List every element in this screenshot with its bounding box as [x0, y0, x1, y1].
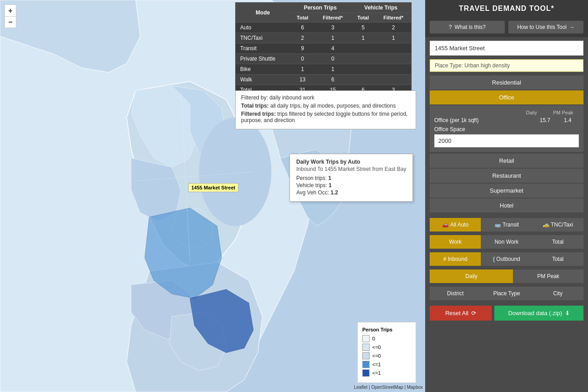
how-to-use-button[interactable]: How to Use this Tool → [508, 21, 583, 33]
pm-peak-header: PM Peak [547, 110, 579, 115]
inbound-button[interactable]: # Inbound [430, 252, 481, 266]
zoom-controls[interactable]: + − [5, 5, 16, 28]
tnc-taxi-button[interactable]: 🚕 TNC/Taxi [532, 218, 583, 231]
outbound-button[interactable]: { Outbound [481, 252, 532, 266]
p-filtered-cell: 6 [315, 75, 351, 85]
supermarket-button[interactable]: Supermarket [430, 184, 583, 198]
tooltip-popup: Daily Work Trips by Auto Inbound To 1455… [289, 154, 413, 202]
car-icon: 🚗 [442, 222, 449, 228]
mode-cell: Walk [236, 75, 290, 85]
office-details: Daily PM Peak Office (per 1k sqft) 15.7 … [430, 105, 583, 152]
reset-icon: ⟳ [471, 310, 476, 316]
daily-header: Daily [516, 110, 547, 115]
map-container[interactable]: + − Mode Person Trips Vehicle Trips Tota… [0, 0, 425, 392]
land-use-list: Retail Restaurant Supermarket Hotel [430, 154, 583, 213]
p-total-cell: 2 [290, 33, 315, 43]
mode-cell: Bike [236, 64, 290, 75]
transit-button[interactable]: 🚌 Transit [481, 218, 532, 231]
retail-button[interactable]: Retail [430, 154, 583, 168]
v-total-header: Total [351, 13, 376, 23]
legend-label: <=1 [372, 362, 381, 367]
v-total-cell [351, 64, 376, 75]
office-space-input[interactable] [434, 134, 579, 147]
person-trips-header: Person Trips [290, 3, 351, 13]
place-type-button[interactable]: Place Type [481, 287, 532, 300]
work-button[interactable]: Work [430, 235, 481, 249]
tooltip-vehicle-trips: Vehicle trips: 1 [296, 182, 406, 189]
residential-button[interactable]: Residential [430, 76, 583, 90]
svg-point-16 [199, 118, 271, 226]
taxi-icon: 🚕 [543, 222, 550, 228]
legend-color-swatch [362, 335, 370, 342]
daily-button[interactable]: Daily [430, 269, 513, 283]
col-mode: Mode [236, 3, 290, 23]
restaurant-button[interactable]: Restaurant [430, 169, 583, 183]
total-direction-button[interactable]: Total [532, 252, 583, 266]
office-button[interactable]: Office [430, 90, 583, 104]
v-filtered-cell [376, 75, 411, 85]
leaflet-credit[interactable]: Leaflet [354, 385, 367, 390]
download-icon: ⬇ [565, 310, 570, 316]
office-daily-value: 15.7 [534, 117, 556, 123]
city-button[interactable]: City [532, 287, 583, 300]
v-total-cell: 1 [351, 33, 376, 43]
bottom-actions: Reset All ⟳ Download data (.zip) ⬇ [430, 306, 583, 321]
legend-item: 0 [362, 335, 411, 342]
map-credits: Leaflet | OpenStreetMap | Mapbox [354, 385, 423, 390]
right-panel: TRAVEL DEMAND TOOL* ? What is this? How … [425, 0, 588, 392]
location-label: 1455 Market Street [188, 183, 238, 192]
legend-label: 0 [372, 336, 375, 341]
table-row: Transit 9 4 [236, 43, 411, 54]
v-total-cell [351, 54, 376, 64]
mode-cell: Transit [236, 43, 290, 54]
p-filtered-cell: 1 [315, 33, 351, 43]
pm-peak-button[interactable]: PM Peak [513, 269, 583, 283]
p-filtered-header: Filtered* [315, 13, 351, 23]
office-pm-peak-value: 1.4 [556, 117, 579, 123]
non-work-button[interactable]: Non Work [481, 235, 532, 249]
p-total-cell: 13 [290, 75, 315, 85]
p-total-header: Total [290, 13, 315, 23]
legend-label: <=0 [372, 345, 381, 350]
address-section: 1455 Market Street [430, 41, 583, 56]
all-auto-button[interactable]: 🚗 All Auto [430, 218, 481, 231]
district-button[interactable]: District [430, 287, 481, 300]
what-is-this-button[interactable]: ? What is this? [430, 21, 505, 33]
table-row: Bike 1 1 [236, 64, 411, 75]
zoom-in-button[interactable]: + [5, 5, 16, 16]
bus-icon: 🚌 [494, 222, 501, 228]
v-filtered-header: Filtered* [376, 13, 411, 23]
geography-toggle-group: District Place Type City [430, 287, 583, 300]
mode-toggle-group: 🚗 All Auto 🚌 Transit 🚕 TNC/Taxi [430, 218, 583, 231]
hotel-button[interactable]: Hotel [430, 198, 583, 213]
v-filtered-cell: 1 [376, 33, 411, 43]
openstreetmap-credit[interactable]: OpenStreetMap [371, 385, 403, 390]
mapbox-credit[interactable]: Mapbox [407, 385, 423, 390]
total-purpose-button[interactable]: Total [532, 235, 583, 249]
v-filtered-cell [376, 64, 411, 75]
zoom-out-button[interactable]: − [5, 16, 16, 28]
download-button[interactable]: Download data (.zip) ⬇ [494, 306, 583, 321]
p-total-cell: 9 [290, 43, 315, 54]
p-total-cell: 1 [290, 64, 315, 75]
p-filtered-cell: 0 [315, 54, 351, 64]
legend-color-swatch [362, 352, 370, 359]
top-buttons: ? What is this? How to Use this Tool → [425, 17, 588, 37]
p-filtered-cell: 4 [315, 43, 351, 54]
reset-all-button[interactable]: Reset All ⟳ [430, 306, 492, 321]
mode-cell: Auto [236, 23, 290, 33]
map-legend: Person Trips 0 <=0 <=0 <=1 <=1 [357, 322, 416, 383]
p-filtered-cell: 3 [315, 23, 351, 33]
legend-item: <=1 [362, 361, 411, 368]
table-row: Auto 6 3 5 2 [236, 23, 411, 33]
v-filtered-cell: 2 [376, 23, 411, 33]
filtered-trips-desc: Filtered trips: trips filtered by select… [241, 111, 410, 123]
time-toggle-group: Daily PM Peak [430, 269, 583, 283]
address-input[interactable]: 1455 Market Street [430, 41, 583, 56]
legend-item: <=1 [362, 369, 411, 377]
arrow-right-icon: → [569, 24, 575, 30]
legend-color-swatch [362, 361, 370, 368]
legend-label: <=1 [372, 370, 381, 376]
land-use-section: Residential [430, 76, 583, 90]
popup-footer: Filtered by: daily inbound work Total tr… [235, 90, 416, 129]
